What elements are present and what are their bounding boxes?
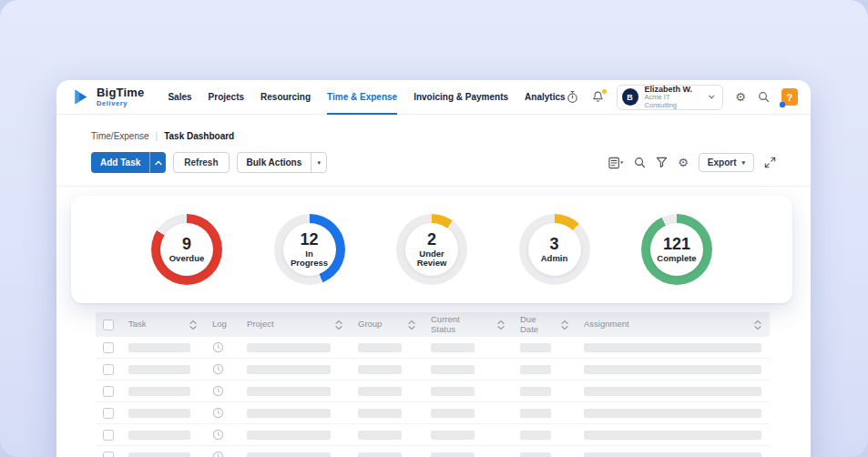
stat-value: 2 bbox=[427, 231, 436, 248]
stat-donut-complete[interactable]: 121Complete bbox=[641, 214, 712, 285]
nav-item-projects[interactable]: Projects bbox=[209, 80, 244, 115]
skeleton-bar bbox=[431, 387, 475, 396]
table-search-icon[interactable] bbox=[634, 157, 646, 168]
clock-icon[interactable] bbox=[212, 341, 224, 353]
header-label: Assignment bbox=[584, 320, 629, 330]
log-cell[interactable] bbox=[205, 359, 240, 380]
expand-fullscreen-icon[interactable] bbox=[764, 157, 776, 168]
checkbox[interactable] bbox=[103, 430, 114, 441]
table-cell bbox=[240, 359, 351, 380]
nav-item-time-expense[interactable]: Time & Expense bbox=[327, 80, 397, 115]
table-cell bbox=[424, 381, 513, 401]
sort-icon[interactable] bbox=[335, 320, 342, 330]
add-task-dropdown-toggle[interactable] bbox=[149, 152, 166, 173]
global-search-icon[interactable] bbox=[758, 91, 770, 103]
table-cell bbox=[513, 424, 577, 445]
user-account-menu[interactable]: B Elizabeth W. Acme IT Consulting bbox=[617, 85, 724, 110]
header-assignment[interactable]: Assignment bbox=[577, 312, 770, 337]
skeleton-bar bbox=[431, 431, 475, 440]
row-checkbox-cell[interactable] bbox=[96, 424, 121, 445]
table-cell bbox=[351, 424, 424, 445]
checkbox[interactable] bbox=[103, 364, 114, 375]
chevron-down-icon bbox=[708, 93, 716, 101]
log-cell[interactable] bbox=[205, 337, 240, 358]
row-checkbox-cell[interactable] bbox=[96, 381, 121, 401]
stat-donut-under-review[interactable]: 2Under Review bbox=[396, 214, 467, 285]
bigtime-logo-icon bbox=[71, 87, 91, 107]
sort-icon[interactable] bbox=[754, 320, 761, 330]
stat-donut-admin[interactable]: 3Admin bbox=[519, 214, 590, 285]
stat-value: 9 bbox=[182, 236, 191, 252]
header-due-date[interactable]: Due Date bbox=[513, 312, 577, 337]
sort-icon[interactable] bbox=[408, 320, 415, 330]
skeleton-bar bbox=[584, 387, 761, 396]
row-checkbox-cell[interactable] bbox=[96, 446, 121, 457]
settings-gear-icon[interactable]: ⚙ bbox=[735, 91, 746, 103]
header-project[interactable]: Project bbox=[240, 312, 351, 337]
bulk-actions-label[interactable]: Bulk Actions bbox=[238, 153, 311, 172]
bulk-actions-dropdown-toggle[interactable]: ▾ bbox=[311, 153, 326, 172]
skeleton-bar bbox=[128, 387, 190, 396]
brand-logo[interactable]: BigTime Delivery bbox=[71, 86, 144, 107]
clock-icon[interactable] bbox=[212, 451, 224, 457]
header-group[interactable]: Group bbox=[351, 312, 424, 337]
add-task-button[interactable]: Add Task bbox=[91, 152, 166, 173]
donut-center: 12In Progress bbox=[283, 223, 336, 276]
skeleton-bar bbox=[520, 431, 551, 440]
checkbox[interactable] bbox=[103, 320, 114, 330]
table-cell bbox=[513, 402, 577, 423]
notifications-bell-icon[interactable] bbox=[591, 90, 605, 104]
table-cell bbox=[351, 337, 424, 358]
donut-ring: 9Overdue bbox=[151, 214, 222, 285]
table-cell bbox=[240, 446, 351, 457]
stat-value: 121 bbox=[663, 236, 690, 252]
row-checkbox-cell[interactable] bbox=[96, 402, 121, 423]
stats-card: 9Overdue12In Progress2Under Review3Admin… bbox=[71, 196, 792, 303]
row-checkbox-cell[interactable] bbox=[96, 359, 121, 380]
breadcrumb-section[interactable]: Time/Expense bbox=[91, 131, 149, 141]
clock-icon[interactable] bbox=[212, 363, 224, 375]
timer-icon[interactable] bbox=[566, 90, 579, 104]
add-task-label[interactable]: Add Task bbox=[91, 152, 149, 173]
table-settings-gear-icon[interactable]: ⚙ bbox=[678, 157, 689, 168]
sort-icon[interactable] bbox=[561, 320, 568, 330]
refresh-button[interactable]: Refresh bbox=[173, 152, 229, 173]
clock-icon[interactable] bbox=[212, 407, 224, 419]
clock-icon[interactable] bbox=[212, 429, 224, 441]
stat-donut-overdue[interactable]: 9Overdue bbox=[151, 214, 222, 285]
checkbox[interactable] bbox=[103, 408, 114, 419]
sort-icon[interactable] bbox=[497, 320, 505, 330]
bulk-actions-button[interactable]: Bulk Actions ▾ bbox=[237, 152, 328, 173]
nav-item-sales[interactable]: Sales bbox=[168, 80, 191, 115]
export-button[interactable]: Export ▾ bbox=[699, 153, 754, 172]
nav-item-invoicing-payments[interactable]: Invoicing & Payments bbox=[414, 80, 508, 115]
nav-item-analytics[interactable]: Analytics bbox=[525, 80, 565, 115]
saved-views-icon[interactable] bbox=[608, 157, 624, 169]
help-badge[interactable]: ? bbox=[781, 88, 798, 106]
table-cell bbox=[121, 424, 205, 445]
log-cell[interactable] bbox=[205, 402, 240, 423]
skeleton-bar bbox=[358, 365, 402, 374]
log-cell[interactable] bbox=[205, 424, 240, 445]
clock-icon[interactable] bbox=[212, 385, 224, 397]
row-checkbox-cell[interactable] bbox=[96, 337, 121, 358]
nav-item-resourcing[interactable]: Resourcing bbox=[260, 80, 311, 115]
skeleton-bar bbox=[358, 409, 402, 418]
filter-icon[interactable] bbox=[656, 157, 668, 168]
checkbox[interactable] bbox=[103, 452, 114, 457]
user-avatar: B bbox=[622, 88, 638, 106]
log-cell[interactable] bbox=[205, 381, 240, 401]
stat-donut-in-progress[interactable]: 12In Progress bbox=[274, 214, 345, 285]
header-label: Task bbox=[128, 320, 147, 330]
log-cell[interactable] bbox=[205, 446, 240, 457]
header-select-all-checkbox[interactable] bbox=[96, 312, 121, 337]
checkbox[interactable] bbox=[103, 386, 114, 397]
table-cell bbox=[513, 359, 577, 380]
table-cell bbox=[424, 402, 513, 423]
header-current-status[interactable]: Current Status bbox=[424, 312, 513, 337]
sort-icon[interactable] bbox=[189, 320, 197, 330]
skeleton-bar bbox=[431, 343, 475, 352]
header-task[interactable]: Task bbox=[121, 312, 205, 337]
checkbox[interactable] bbox=[103, 342, 114, 353]
donut-ring: 121Complete bbox=[641, 214, 712, 285]
